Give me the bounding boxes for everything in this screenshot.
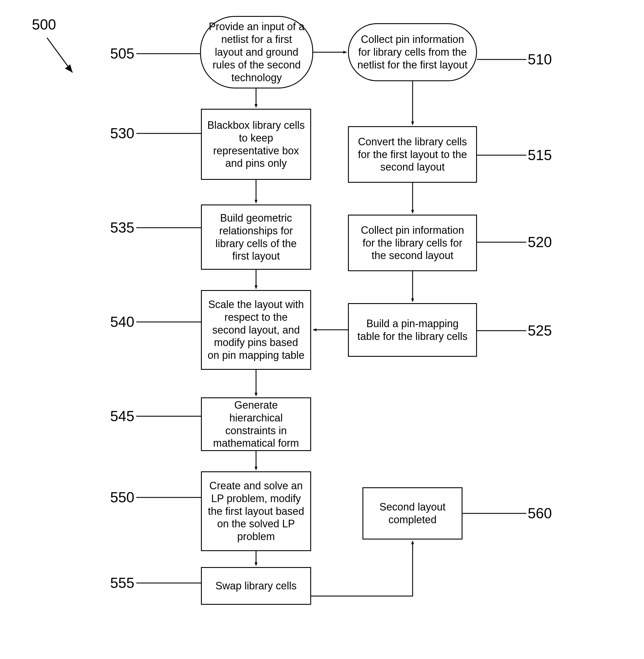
- svg-line-0: [47, 38, 72, 72]
- ref-545: 545: [110, 409, 134, 424]
- node-530: Blackbox library cells to keep represent…: [201, 109, 311, 180]
- ref-525: 525: [528, 323, 552, 338]
- node-560-text: Second layout completed: [369, 501, 456, 526]
- node-510: Collect pin information for library cell…: [348, 23, 477, 81]
- node-550: Create and solve an LP problem, modify t…: [201, 471, 311, 551]
- node-520-text: Collect pin information for the library …: [354, 224, 471, 262]
- node-525: Build a pin-mapping table for the librar…: [348, 303, 477, 357]
- ref-540: 540: [110, 315, 134, 329]
- ref-520: 520: [528, 235, 552, 249]
- node-505-text: Provide an input of a netlist for a firs…: [206, 20, 307, 84]
- node-515: Convert the library cells for the first …: [348, 126, 477, 183]
- node-525-text: Build a pin-mapping table for the librar…: [354, 317, 471, 343]
- diagram-pointer-arrow: [47, 38, 72, 72]
- node-555-text: Swap library cells: [215, 580, 297, 592]
- node-535: Build geometric relationships for librar…: [201, 204, 311, 270]
- node-515-text: Convert the library cells for the first …: [354, 135, 471, 174]
- node-545-text: Generate hierarchical constraints in mat…: [207, 399, 305, 450]
- ref-515: 515: [528, 148, 552, 162]
- node-550-text: Create and solve an LP problem, modify t…: [207, 479, 305, 543]
- node-555: Swap library cells: [201, 567, 311, 605]
- svg-marker-1: [65, 64, 72, 72]
- node-505: Provide an input of a netlist for a firs…: [200, 16, 313, 89]
- node-540: Scale the layout with respect to the sec…: [201, 290, 311, 370]
- diagram-id-text: 500: [32, 17, 56, 33]
- ref-530: 530: [110, 126, 134, 141]
- ref-510: 510: [528, 52, 552, 67]
- node-545: Generate hierarchical constraints in mat…: [201, 397, 311, 451]
- ref-535: 535: [110, 221, 134, 235]
- node-560: Second layout completed: [363, 487, 462, 540]
- diagram-id-label: 500: [32, 17, 56, 32]
- node-530-text: Blackbox library cells to keep represent…: [207, 119, 305, 170]
- ref-560: 560: [528, 506, 552, 521]
- flowchart-canvas: 500 505 530 535 540 545 550 555 510 515 …: [0, 0, 644, 659]
- ref-555: 555: [110, 576, 134, 590]
- node-510-text: Collect pin information for library cell…: [354, 33, 471, 71]
- node-535-text: Build geometric relationships for librar…: [207, 212, 305, 263]
- ref-505: 505: [110, 46, 134, 61]
- node-520: Collect pin information for the library …: [348, 214, 477, 271]
- arrow-555-560: [311, 541, 413, 596]
- ref-550: 550: [110, 490, 134, 505]
- node-540-text: Scale the layout with respect to the sec…: [207, 298, 305, 362]
